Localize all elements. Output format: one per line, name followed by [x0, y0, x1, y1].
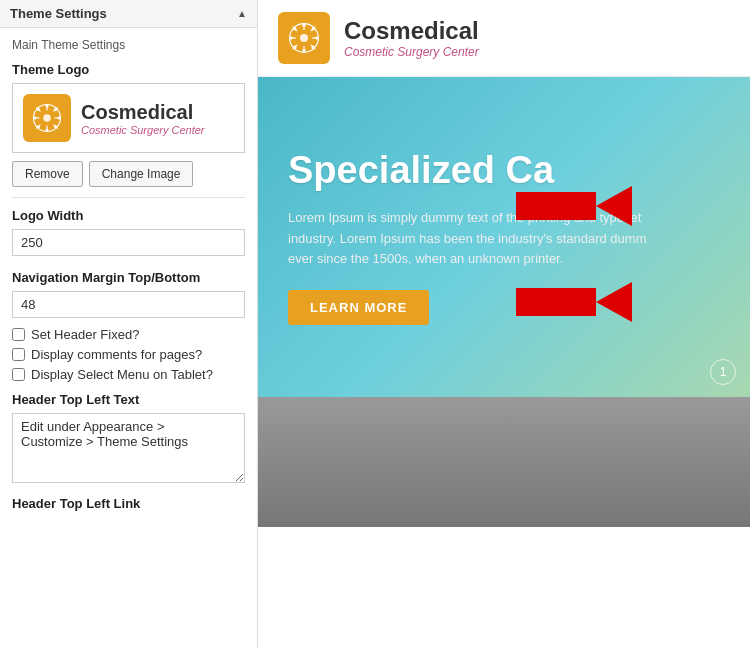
change-image-button[interactable]: Change Image — [89, 161, 194, 187]
site-preview: Cosmedical Cosmetic Surgery Center Speci… — [258, 0, 750, 648]
svg-point-30 — [290, 36, 293, 39]
svg-point-12 — [34, 117, 37, 120]
bottom-image-strip — [258, 397, 750, 527]
hero-section: Specialized Ca Lorem Ipsum is simply dum… — [258, 77, 750, 397]
logo-preview: Cosmedical Cosmetic Surgery Center — [12, 83, 245, 153]
header-top-left-text-textarea[interactable]: Edit under Appearance > Customize > Them… — [12, 413, 245, 483]
set-header-fixed-row: Set Header Fixed? — [12, 327, 245, 342]
svg-point-34 — [312, 27, 315, 30]
site-logo-icon — [278, 12, 330, 64]
svg-point-11 — [46, 129, 49, 132]
set-header-fixed-label: Set Header Fixed? — [31, 327, 139, 342]
site-tagline: Cosmetic Surgery Center — [344, 45, 479, 59]
svg-point-31 — [315, 36, 318, 39]
svg-point-35 — [293, 46, 296, 49]
site-logo-text: Cosmedical Cosmetic Surgery Center — [344, 17, 479, 59]
svg-point-19 — [300, 34, 308, 42]
logo-text-block: Cosmedical Cosmetic Surgery Center — [81, 100, 205, 136]
svg-point-29 — [302, 49, 305, 52]
divider-1 — [12, 197, 245, 198]
site-brand-name: Cosmedical — [344, 17, 479, 45]
display-select-menu-checkbox[interactable] — [12, 368, 25, 381]
display-comments-checkbox[interactable] — [12, 348, 25, 361]
svg-point-28 — [302, 24, 305, 27]
learn-more-button[interactable]: LEARN MORE — [288, 290, 429, 325]
display-select-menu-row: Display Select Menu on Tablet? — [12, 367, 245, 382]
header-top-left-link-label: Header Top Left Link — [12, 496, 245, 511]
bottom-image — [258, 397, 750, 527]
panel-title: Theme Settings — [10, 6, 107, 21]
hero-title: Specialized Ca — [288, 149, 720, 192]
section-label: Main Theme Settings — [12, 38, 245, 52]
logo-buttons-row: Remove Change Image — [12, 161, 245, 187]
svg-point-16 — [54, 108, 57, 111]
panel-content: Main Theme Settings Theme Logo — [0, 28, 257, 648]
logo-icon-box — [23, 94, 71, 142]
logo-mandala-icon — [32, 103, 62, 133]
display-select-menu-label: Display Select Menu on Tablet? — [31, 367, 213, 382]
svg-point-10 — [46, 105, 49, 108]
theme-logo-label: Theme Logo — [12, 62, 245, 77]
header-top-left-text-label: Header Top Left Text — [12, 392, 245, 407]
svg-point-33 — [312, 46, 315, 49]
set-header-fixed-checkbox[interactable] — [12, 328, 25, 341]
hero-body: Lorem Ipsum is simply dummy text of the … — [288, 208, 668, 270]
logo-tagline: Cosmetic Surgery Center — [81, 124, 205, 136]
site-header: Cosmedical Cosmetic Surgery Center — [258, 0, 750, 77]
svg-point-13 — [58, 117, 61, 120]
display-comments-row: Display comments for pages? — [12, 347, 245, 362]
svg-point-15 — [54, 125, 57, 128]
logo-width-label: Logo Width — [12, 208, 245, 223]
panel-collapse-icon[interactable]: ▲ — [237, 8, 247, 19]
svg-point-17 — [37, 125, 40, 128]
settings-panel: Theme Settings ▲ Main Theme Settings The… — [0, 0, 258, 648]
svg-point-1 — [43, 114, 51, 122]
logo-brand-name: Cosmedical — [81, 100, 205, 124]
logo-width-input[interactable] — [12, 229, 245, 256]
slide-indicator: 1 — [710, 359, 736, 385]
svg-point-14 — [37, 108, 40, 111]
remove-button[interactable]: Remove — [12, 161, 83, 187]
svg-point-32 — [293, 27, 296, 30]
panel-header: Theme Settings ▲ — [0, 0, 257, 28]
display-comments-label: Display comments for pages? — [31, 347, 202, 362]
nav-margin-input[interactable] — [12, 291, 245, 318]
nav-margin-label: Navigation Margin Top/Bottom — [12, 270, 245, 285]
site-mandala-icon — [288, 22, 320, 54]
